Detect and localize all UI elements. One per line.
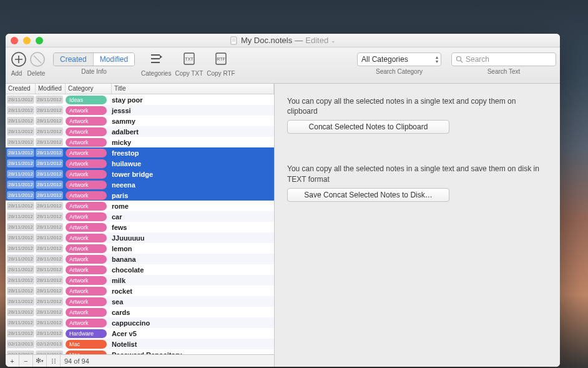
table-row[interactable]: 28/11/201228/11/2012Artworkfews: [6, 222, 274, 232]
table-row[interactable]: 28/11/201228/11/2012ArtworkJJuuuuuu: [6, 232, 274, 243]
seg-modified[interactable]: Modified: [93, 53, 134, 66]
note-title: micky: [112, 139, 131, 146]
chevron-down-icon: ⌄: [331, 37, 336, 44]
search-input[interactable]: Search: [451, 52, 556, 66]
table-row[interactable]: 02/12/201302/12/2013MacNotelist: [6, 339, 274, 349]
category-pill: Mac: [66, 340, 107, 349]
modified-date: 28/11/2012: [36, 127, 63, 136]
gear-icon: ✻: [36, 357, 41, 365]
col-category[interactable]: Category: [66, 84, 112, 94]
note-title: Acer v5: [112, 330, 137, 337]
category-pill: Artwork: [66, 255, 107, 264]
footer-add-button[interactable]: +: [6, 355, 19, 367]
table-row[interactable]: 28/11/201228/11/2012Artworkmicky: [6, 137, 274, 147]
save-description: You can copy all the selected notes in a…: [287, 164, 547, 184]
category-pill: Artwork: [66, 223, 107, 232]
category-pill: Hardware: [66, 329, 107, 338]
note-title: sammy: [112, 117, 135, 125]
table-row[interactable]: 28/11/201228/11/2012Artworktower bridge: [6, 169, 274, 179]
copy-description: You can copy all the selected notes in a…: [287, 96, 547, 116]
add-button[interactable]: [9, 50, 28, 69]
table-body[interactable]: 28/11/201228/11/2012Ideasstay poor28/11/…: [6, 94, 274, 354]
category-pill: Artwork: [66, 149, 107, 157]
categories-label: Categories: [141, 70, 171, 77]
category-pill: Artwork: [66, 266, 107, 274]
table-row[interactable]: 28/11/201228/11/2012Artworklemon: [6, 243, 274, 254]
created-date: 28/11/2012: [7, 266, 34, 274]
minimize-window-button[interactable]: [23, 37, 31, 44]
close-window-button[interactable]: [11, 37, 18, 44]
table-row[interactable]: 28/11/201228/11/2012Artworkrome: [6, 201, 274, 211]
zoom-window-button[interactable]: [36, 37, 43, 44]
table-row[interactable]: 28/11/201228/11/2012Artworkhuilawue: [6, 158, 274, 169]
col-title[interactable]: Title: [112, 84, 274, 94]
table-row[interactable]: 28/11/201228/11/2012Artworkneeena: [6, 179, 274, 190]
categories-button[interactable]: [147, 50, 165, 69]
window-title[interactable]: My Doc.notels — Edited ⌄: [230, 36, 336, 45]
table-row[interactable]: 28/11/201228/11/2012Artworksea: [6, 296, 274, 307]
table-row[interactable]: 28/11/201228/11/2012Artworkcar: [6, 211, 274, 222]
note-title: stay poor: [112, 96, 143, 104]
table-row[interactable]: 28/11/201228/11/2012Artworkadalbert: [6, 126, 274, 137]
category-pill: Artwork: [66, 244, 107, 253]
category-filter-combo[interactable]: All Categories ▴▾: [357, 52, 441, 66]
table-row[interactable]: 28/11/201228/11/2012Artworkcards: [6, 307, 274, 317]
note-title: cards: [112, 309, 130, 316]
table-row[interactable]: 28/11/201228/11/2012HardwareAcer v5: [6, 328, 274, 339]
category-pill: Ideas: [66, 96, 107, 104]
toolbar: Add Delete Created Modified Date Info Ca…: [6, 47, 560, 84]
table-row[interactable]: 28/11/201228/11/2012Artworkmilk: [6, 275, 274, 286]
note-title: car: [112, 213, 122, 221]
category-pill: Artwork: [66, 202, 107, 211]
modified-date: 28/11/2012: [36, 106, 63, 114]
table-row[interactable]: 02/12/201302/12/2013MacPassword Reposito…: [6, 349, 274, 354]
modified-date: 28/11/2012: [36, 266, 63, 274]
footer-remove-button[interactable]: −: [19, 355, 33, 367]
table-row[interactable]: 28/11/201228/11/2012Artworkfreestop: [6, 147, 274, 158]
category-pill: Artwork: [66, 181, 107, 189]
seg-created[interactable]: Created: [54, 53, 93, 66]
table-footer: + − ✻▾ 94 of 94: [6, 354, 274, 367]
created-date: 28/11/2012: [7, 127, 34, 136]
col-modified[interactable]: Modified: [36, 84, 66, 94]
note-title: huilawue: [112, 160, 141, 167]
created-date: 28/11/2012: [7, 329, 34, 337]
table-row[interactable]: 28/11/201228/11/2012Artworkrocket: [6, 286, 274, 296]
modified-date: 28/11/2012: [36, 138, 63, 146]
category-pill: Artwork: [66, 212, 107, 221]
footer-drag-handle[interactable]: [47, 355, 61, 367]
created-date: 28/11/2012: [7, 191, 34, 199]
table-row[interactable]: 28/11/201228/11/2012Artworkbanana: [6, 254, 274, 264]
svg-text:TXT: TXT: [185, 57, 194, 61]
svg-text:RTF: RTF: [217, 57, 225, 61]
table-row[interactable]: 28/11/201228/11/2012Ideasstay poor: [6, 94, 274, 105]
modified-date: 28/11/2012: [36, 308, 63, 316]
created-date: 28/11/2012: [7, 149, 34, 157]
note-title: Notelist: [112, 341, 137, 348]
category-pill: Artwork: [66, 106, 107, 115]
col-created[interactable]: Created: [6, 84, 36, 94]
table-row[interactable]: 28/11/201228/11/2012Artworksammy: [6, 116, 274, 126]
note-title: rocket: [112, 287, 132, 295]
delete-button[interactable]: [28, 50, 47, 69]
table-row[interactable]: 28/11/201228/11/2012Artworkparis: [6, 190, 274, 201]
copy-txt-button[interactable]: TXT: [180, 50, 198, 69]
created-date: 28/11/2012: [7, 255, 34, 263]
table-row[interactable]: 28/11/201228/11/2012Artworkchocolate: [6, 264, 274, 275]
created-date: 28/11/2012: [7, 319, 34, 327]
created-date: 28/11/2012: [7, 212, 34, 221]
note-title: cappuccino: [112, 319, 150, 327]
table-row[interactable]: 28/11/201228/11/2012Artworkcappuccino: [6, 317, 274, 328]
note-title: jesssi: [112, 107, 131, 114]
modified-date: 28/11/2012: [36, 255, 63, 263]
concat-copy-button[interactable]: Concat Selected Notes to Clipboard: [287, 120, 449, 134]
copy-rtf-button[interactable]: RTF: [212, 50, 230, 69]
footer-action-menu[interactable]: ✻▾: [33, 355, 47, 367]
created-date: 28/11/2012: [7, 223, 34, 231]
table-row[interactable]: 28/11/201228/11/2012Artworkjesssi: [6, 105, 274, 116]
category-pill: Artwork: [66, 170, 107, 179]
document-icon: [230, 36, 238, 45]
concat-save-button[interactable]: Save Concat Selected Notes to Disk…: [287, 188, 449, 202]
created-date: 02/12/2013: [7, 340, 34, 348]
document-name: My Doc.notels: [241, 36, 292, 45]
